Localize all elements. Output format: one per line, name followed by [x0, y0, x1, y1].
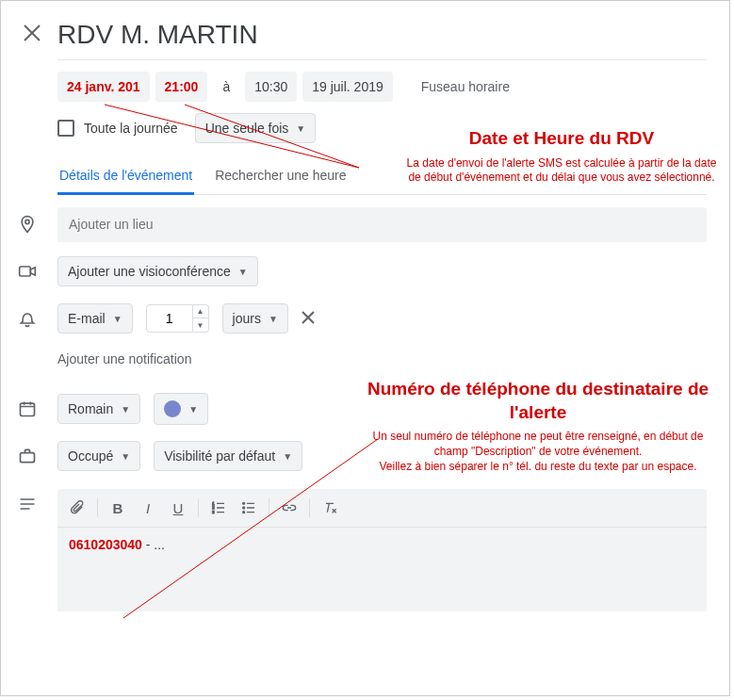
- underline-icon[interactable]: U: [164, 495, 192, 521]
- end-time-chip[interactable]: 10:30: [245, 72, 297, 102]
- phone-number: 0610203040: [69, 537, 142, 552]
- briefcase-icon: [16, 447, 39, 465]
- svg-point-0: [25, 220, 29, 223]
- italic-icon[interactable]: I: [134, 495, 162, 521]
- allday-checkbox[interactable]: [57, 120, 74, 137]
- allday-label: Toute la journée: [84, 121, 178, 136]
- visibility-select[interactable]: Visibilité par défaut▼: [154, 441, 302, 471]
- close-button[interactable]: [24, 23, 41, 47]
- svg-rect-2: [21, 403, 35, 415]
- tab-details[interactable]: Détails de l'événement: [57, 158, 194, 195]
- remove-notification-button[interactable]: [302, 309, 315, 329]
- calendar-icon: [16, 399, 39, 418]
- video-icon: [16, 262, 39, 281]
- svg-point-7: [243, 502, 245, 504]
- notification-unit-select[interactable]: jours▼: [222, 303, 288, 334]
- stepper-up[interactable]: ▲: [193, 305, 208, 318]
- tab-find-time[interactable]: Rechercher une heure: [213, 158, 348, 195]
- notification-value-input[interactable]: [146, 304, 193, 333]
- description-icon: [16, 495, 39, 513]
- description-area[interactable]: B I U 123: [57, 489, 707, 611]
- location-icon: [16, 215, 39, 234]
- svg-rect-3: [21, 453, 35, 463]
- calendar-color-select[interactable]: ▼: [154, 393, 208, 425]
- notification-method-select[interactable]: E-mail▼: [57, 303, 133, 334]
- start-time-chip[interactable]: 21:00: [155, 72, 208, 102]
- svg-point-9: [243, 512, 245, 513]
- location-input[interactable]: [57, 207, 707, 242]
- notification-value-stepper[interactable]: ▲ ▼: [146, 304, 209, 333]
- color-dot: [164, 400, 181, 417]
- start-date-chip[interactable]: 24 janv. 201: [57, 72, 150, 102]
- event-title[interactable]: RDV M. MARTIN: [57, 20, 258, 50]
- svg-point-8: [243, 507, 245, 509]
- availability-select[interactable]: Occupé▼: [57, 441, 140, 471]
- timezone-link[interactable]: Fuseau horaire: [412, 72, 519, 102]
- numbered-list-icon[interactable]: 123: [204, 495, 233, 521]
- description-content[interactable]: 0610203040 - ...: [57, 528, 707, 562]
- clear-format-icon[interactable]: [316, 495, 344, 521]
- time-separator: à: [213, 72, 239, 102]
- svg-rect-1: [20, 267, 31, 276]
- calendar-owner-select[interactable]: Romain▼: [57, 394, 140, 424]
- bullet-list-icon[interactable]: [235, 495, 263, 521]
- svg-text:3: 3: [212, 510, 215, 514]
- bell-icon: [16, 309, 39, 328]
- bold-icon[interactable]: B: [104, 495, 132, 521]
- end-date-chip[interactable]: 19 juil. 2019: [302, 72, 393, 102]
- stepper-down[interactable]: ▼: [193, 318, 208, 332]
- link-icon[interactable]: [275, 495, 303, 521]
- attach-icon[interactable]: [63, 495, 91, 521]
- recurrence-select[interactable]: Une seule fois▼: [195, 113, 317, 143]
- video-conference-select[interactable]: Ajouter une visioconférence▼: [57, 256, 258, 286]
- add-notification-button[interactable]: Ajouter une notification: [57, 348, 707, 370]
